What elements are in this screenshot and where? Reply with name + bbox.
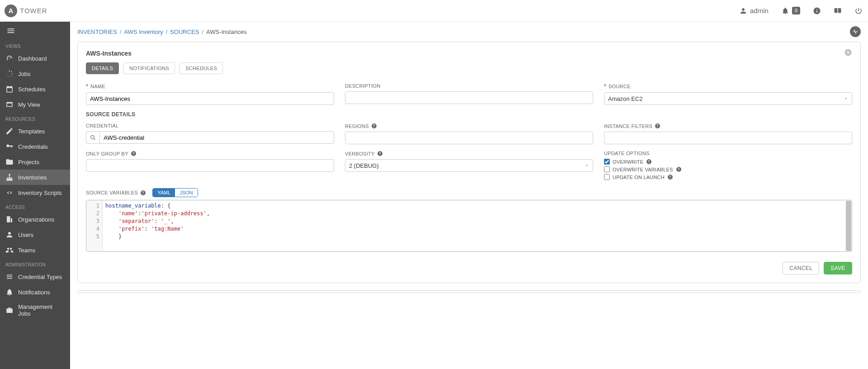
alerts-count-badge: 0: [792, 7, 800, 14]
brand-logo-icon: A: [5, 5, 17, 17]
topbar: A TOWER admin 0: [0, 0, 868, 22]
docs-button[interactable]: [834, 7, 842, 15]
info-button[interactable]: [813, 7, 821, 15]
power-button[interactable]: [854, 7, 863, 15]
power-icon: [854, 7, 863, 15]
user-menu[interactable]: admin: [739, 7, 769, 15]
user-icon: [739, 7, 747, 15]
brand-name: TOWER: [20, 7, 47, 14]
user-label: admin: [750, 7, 769, 14]
alerts-button[interactable]: 0: [781, 7, 800, 15]
bell-icon: [781, 7, 789, 15]
info-icon: [813, 7, 821, 15]
book-icon: [834, 7, 842, 15]
